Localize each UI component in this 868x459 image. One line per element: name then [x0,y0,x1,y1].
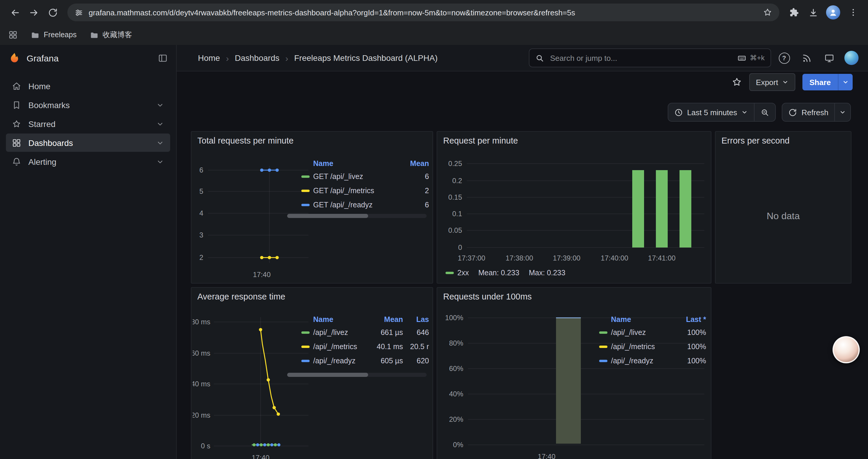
legend-name[interactable]: /api/_/livez [313,328,369,337]
legend-value: 2 [415,187,429,195]
browser-profile-avatar[interactable] [826,5,840,20]
panel-title[interactable]: Requests under 100ms [437,288,711,305]
legend-name[interactable]: /api/_/readyz [611,357,674,365]
share-button[interactable]: Share [802,74,852,90]
assistant-avatar-bubble[interactable] [833,336,860,363]
downloads-icon[interactable] [804,4,822,21]
browser-menu-icon[interactable] [844,4,862,21]
search-input[interactable]: ⌘+k [529,48,771,67]
svg-text:17:40: 17:40 [252,454,270,459]
series-dash [301,360,310,362]
legend-header-last[interactable]: Last * [678,316,706,324]
legend-name[interactable]: /api/_/livez [611,328,674,337]
svg-text:3: 3 [199,231,203,239]
svg-text:80%: 80% [449,339,463,347]
axis-tick: 6 [199,166,203,174]
legend-hscrollbar[interactable] [287,373,427,377]
brand-title: Grafana [27,53,59,63]
legend-name[interactable]: /api/_/metrics [611,342,674,351]
browser-back-button[interactable] [6,4,24,21]
svg-text:17:41:00: 17:41:00 [648,254,675,262]
apps-grid-icon[interactable] [8,30,18,40]
panel-title[interactable]: Average response time [191,288,433,305]
breadcrumb: Home › Dashboards › Freeleaps Metrics Da… [198,53,438,63]
sidebar-collapse-button[interactable] [158,53,168,63]
legend-hscrollbar[interactable] [287,214,427,218]
chevron-down-icon[interactable] [156,157,164,166]
refresh-interval-caret[interactable] [835,103,850,121]
legend-header-mean[interactable]: Mean [372,316,403,324]
legend-value: 6 [415,172,429,181]
legend-row: GET /api/_livez 6 [301,169,429,184]
bookmark-star-icon[interactable] [763,8,772,17]
legend-name[interactable]: /api/_/readyz [313,357,369,365]
legend-header-name[interactable]: Name [313,160,406,168]
bookmark-icon [12,100,21,109]
legend-header-mean[interactable]: Mean [410,160,429,168]
chevron-down-icon[interactable] [156,120,164,128]
time-range-label: Last 5 minutes [687,108,737,117]
legend-name[interactable]: GET /api/_/metrics [313,187,411,195]
breadcrumb-home[interactable]: Home [198,53,220,63]
legend-row: /api/_/livez 661 µs 646 [301,326,429,340]
url-bar[interactable]: grafana.mathmast.com/d/deytv4rwavabkb/fr… [67,4,779,21]
search-shortcut: ⌘+k [750,54,765,62]
search-field[interactable] [549,53,733,63]
legend-header-name[interactable]: Name [611,316,674,324]
sidebar-item-starred[interactable]: Starred [6,114,170,133]
home-icon [12,81,21,91]
panel-total-requests: Total requests per minute 6 5 4 3 2 17:4… [191,131,433,284]
legend-series-2xx[interactable]: 2xx [457,269,469,277]
svg-text:0.15: 0.15 [448,193,462,201]
favorite-star-button[interactable] [732,77,742,88]
sidebar-item-alerting[interactable]: Alerting [6,153,170,171]
legend-last-value: 100% [678,357,706,365]
svg-text:0.2: 0.2 [452,177,462,185]
help-icon[interactable]: ? [775,48,794,67]
panel-title[interactable]: Total requests per minute [191,132,433,150]
grafana-logo[interactable] [8,52,21,64]
svg-text:20%: 20% [449,415,463,423]
legend-header-name[interactable]: Name [313,316,369,324]
panel-title[interactable]: Errors per second [716,132,851,150]
extensions-icon[interactable] [785,4,803,21]
legend-name[interactable]: /api/_/metrics [313,342,369,351]
sidebar-item-bookmarks[interactable]: Bookmarks [6,96,170,114]
sidebar-item-home[interactable]: Home [6,77,170,95]
breadcrumb-dashboards[interactable]: Dashboards [235,53,279,63]
chevron-down-icon[interactable] [156,138,164,147]
svg-text:80 ms: 80 ms [193,318,210,326]
news-rss-icon[interactable] [797,48,816,67]
dashboard-toolbar: Export Share [177,71,868,93]
breadcrumb-separator: › [226,53,229,63]
browser-reload-button[interactable] [44,4,61,21]
legend-header-last[interactable]: Las [406,316,429,324]
legend-mean: Mean: 0.233 [478,269,519,277]
zoom-out-button[interactable] [755,103,776,121]
search-icon [535,54,544,62]
refresh-button[interactable]: Refresh [783,103,834,121]
share-caret-button[interactable] [838,74,852,90]
export-button[interactable]: Export [749,73,795,91]
svg-text:17:40: 17:40 [538,453,555,459]
grafana-profile-avatar[interactable] [844,51,859,65]
series-dash [445,272,454,274]
sidebar-item-label: Dashboards [28,138,73,147]
monitor-icon[interactable] [819,48,838,67]
sidebar-item-dashboards[interactable]: Dashboards [6,133,170,152]
request-per-minute-bar-chart: 0.25 0.2 0.15 0.1 0.05 0 17:37:00 17:38:… [437,150,710,268]
browser-forward-button[interactable] [25,4,42,21]
time-range-picker[interactable]: Last 5 minutes [668,103,754,121]
bookmark-folder-freeleaps[interactable]: Freeleaps [31,30,76,39]
site-info-icon[interactable] [74,8,83,17]
legend-name[interactable]: GET /api/_livez [313,172,411,181]
legend-last-value: 620 [406,357,429,365]
panel-title[interactable]: Request per minute [437,132,711,150]
legend-name[interactable]: GET /api/_/readyz [313,201,411,209]
legend-mean-value: 40.1 ms [372,342,403,351]
chevron-down-icon[interactable] [156,101,164,109]
bookmark-folder-blogs[interactable]: 收藏博客 [90,30,132,40]
legend-last-value: 646 [406,328,429,337]
url-text[interactable]: grafana.mathmast.com/d/deytv4rwavabkb/fr… [89,8,757,17]
dashboards-grid-icon [12,138,21,147]
